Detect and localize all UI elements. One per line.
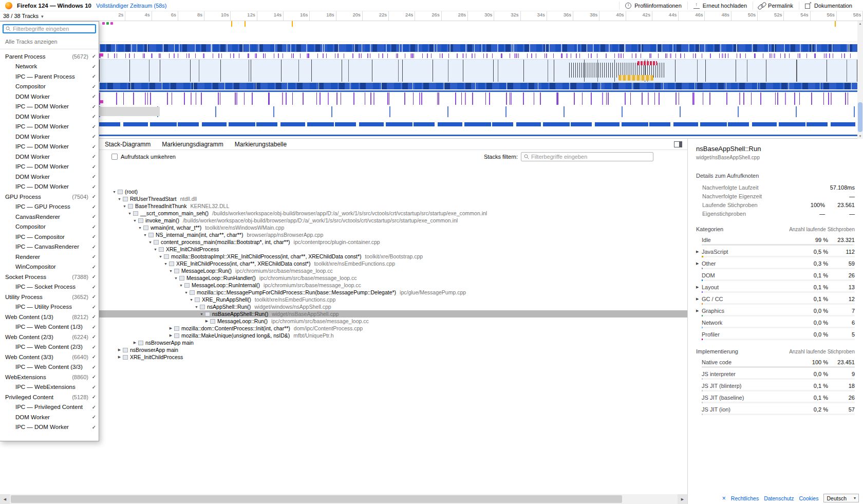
track-item[interactable]: IPC — GPU Process <box>0 202 99 212</box>
implementation-row[interactable]: JS JIT (blinterp) 0,1 % 18 <box>696 382 855 389</box>
header-action-button[interactable]: Erneut hochladen <box>687 2 753 10</box>
track-item[interactable]: DOM Worker <box>0 172 99 182</box>
arrow-down-icon[interactable]: ▼ <box>857 134 863 139</box>
track-item[interactable]: IPC — DOM Worker <box>0 182 99 192</box>
category-row[interactable]: Network 0,0 % 6 <box>696 319 855 326</box>
scrollbar-thumb[interactable] <box>858 102 862 132</box>
footer-link[interactable]: Rechtliches <box>731 495 759 501</box>
category-row[interactable]: Layout 0,1 % 13 <box>696 283 855 291</box>
track-item[interactable]: IPC — CanvasRenderer <box>0 242 99 252</box>
track-item[interactable]: CanvasRenderer <box>0 212 99 222</box>
track-item[interactable]: DOM Worker <box>0 152 99 162</box>
expander-icon[interactable] <box>137 226 143 230</box>
expander-icon[interactable] <box>168 326 174 330</box>
track-item[interactable]: IPC — DOM Worker <box>0 162 99 172</box>
panel-tab[interactable]: Markierungsdiagramm <box>156 139 229 150</box>
expander-icon[interactable] <box>158 255 163 258</box>
track-item[interactable]: Web Content (2/3) (6224) <box>0 332 99 342</box>
track-item[interactable]: IPC — DOM Worker <box>0 102 99 112</box>
category-row[interactable]: Graphics 0,0 % 7 <box>696 307 855 314</box>
expander-icon[interactable] <box>204 319 210 323</box>
call-tree-row[interactable]: NS_internal_main(int, char**, char**) br… <box>0 231 687 238</box>
timeline-track-worker[interactable] <box>99 106 857 117</box>
timeline-vertical-scrollbar[interactable]: ▲ ▼ <box>857 21 863 139</box>
scrollbar-track[interactable] <box>10 494 678 504</box>
footer-link[interactable]: Cookies <box>799 495 819 501</box>
track-item[interactable]: DOM Worker <box>0 91 99 102</box>
expander-icon[interactable] <box>132 219 138 222</box>
call-tree-row[interactable]: mozilla::BootstrapImpl::XRE_InitChildPro… <box>0 253 687 260</box>
call-tree-row[interactable]: MessageLoop::Run() ipc/chromium/src/base… <box>0 267 687 274</box>
show-all-tracks-button[interactable]: Alle Tracks anzeigen <box>0 36 99 49</box>
call-tree-row[interactable]: XRE_InitChildProcess <box>0 246 687 253</box>
header-action-button[interactable]: Permalink <box>753 2 799 10</box>
track-item[interactable]: DOM Worker <box>0 111 99 122</box>
timeline-track-selected[interactable] <box>99 59 857 82</box>
track-item[interactable]: IPC — Web Content (3/3) <box>0 362 99 372</box>
panel-tab[interactable]: Markierungstabelle <box>229 139 292 150</box>
track-item[interactable]: IPC — Compositor <box>0 232 99 242</box>
expander-icon[interactable] <box>183 291 189 294</box>
track-item[interactable]: Parent Process (5672) <box>0 51 99 62</box>
implementation-row[interactable]: JS interpreter 0,0 % 9 <box>696 370 855 378</box>
track-item[interactable]: WebExtensions (8860) <box>0 372 99 382</box>
track-item[interactable]: IPC — Web Content (2/3) <box>0 342 99 352</box>
expander-icon[interactable] <box>696 250 702 254</box>
track-item[interactable]: DOM Worker <box>0 132 99 142</box>
stacks-filter-input[interactable] <box>531 154 650 160</box>
track-item[interactable]: GPU Process (7504) <box>0 192 99 202</box>
expander-icon[interactable] <box>199 312 204 316</box>
call-tree-row[interactable]: nsAppShell::Run() widget/windows/nsAppSh… <box>0 303 687 310</box>
track-item[interactable]: Renderer <box>0 252 99 262</box>
category-row[interactable]: GC / CC 0,1 % 12 <box>696 295 855 303</box>
arrow-up-icon[interactable]: ▲ <box>857 21 863 26</box>
track-item[interactable]: IPC — DOM Worker <box>0 142 99 152</box>
timeline-track-ipc-markers[interactable] <box>99 92 857 105</box>
call-tree-row[interactable]: MessageLoop::RunInternal() ipc/chromium/… <box>0 282 687 289</box>
expander-icon[interactable] <box>127 212 133 215</box>
scroll-left-button[interactable]: ◀ <box>0 494 10 504</box>
expander-icon[interactable] <box>147 240 153 244</box>
expander-icon[interactable] <box>696 309 702 313</box>
call-tree-row[interactable]: XRE_InitChildProcess <box>0 353 687 361</box>
track-item[interactable]: Socket Process (7388) <box>0 272 99 282</box>
expander-icon[interactable] <box>189 298 194 302</box>
track-item[interactable]: IPC — WebExtensions <box>0 382 99 393</box>
call-tree-row[interactable]: XRE_InitChildProcess(int, char**, XREChi… <box>0 260 687 267</box>
category-row[interactable]: JavaScript 0,5 % 112 <box>696 248 855 255</box>
call-tree-row[interactable]: nsBaseAppShell::Run() widget/nsBaseAppSh… <box>0 310 687 318</box>
expander-icon[interactable] <box>132 341 138 345</box>
header-action-button[interactable]: Dokumentation <box>799 2 858 10</box>
expander-icon[interactable] <box>117 355 122 359</box>
implementation-row[interactable]: Native code 100 % 23.451 <box>696 358 855 366</box>
close-icon[interactable]: × <box>722 495 726 502</box>
category-row[interactable]: Idle 99 % 23.321 <box>696 236 855 244</box>
timeline-track-network[interactable] <box>99 21 857 42</box>
timeline-track-ipc-markers[interactable] <box>99 53 857 58</box>
track-item[interactable]: Web Content (1/3) (8212) <box>0 312 99 322</box>
call-tree-row[interactable]: XRE_RunAppShell() toolkit/xre/nsEmbedFun… <box>0 296 687 303</box>
implementation-row[interactable]: JS JIT (ion) 0,2 % 57 <box>696 405 855 413</box>
expander-icon[interactable] <box>696 297 702 301</box>
invert-stack-checkbox[interactable] <box>111 154 118 160</box>
timeline-track-samples[interactable] <box>99 44 857 52</box>
expander-icon[interactable] <box>117 197 122 201</box>
call-tree-row[interactable]: nsBrowserApp main <box>0 346 687 353</box>
panel-tab[interactable]: Stack-Diagramm <box>99 139 156 150</box>
call-tree-row[interactable]: mozilla::MakeUnique(unsigned long&, nsID… <box>0 332 687 339</box>
track-item[interactable]: IPC — Web Content (1/3) <box>0 322 99 332</box>
time-range-button[interactable]: Vollständiger Zeitraum (58s) <box>96 3 167 9</box>
track-item[interactable]: DOM Worker <box>0 412 99 422</box>
expander-icon[interactable] <box>178 284 184 287</box>
timeline-track-samples[interactable] <box>99 83 857 89</box>
track-search-input[interactable] <box>13 26 93 32</box>
expander-icon[interactable] <box>194 305 199 309</box>
call-tree-row[interactable]: (root) <box>0 188 687 195</box>
expander-icon[interactable] <box>173 276 179 280</box>
call-tree-row[interactable]: mozilla::ipc::MessagePumpForChildProcess… <box>0 289 687 296</box>
track-item[interactable]: IPC — Utility Process <box>0 302 99 312</box>
expander-icon[interactable] <box>117 348 122 352</box>
category-row[interactable]: Other 0,3 % 59 <box>696 259 855 267</box>
track-item[interactable]: IPC — Socket Process <box>0 282 99 292</box>
category-row[interactable]: Profiler 0,0 % 5 <box>696 330 855 338</box>
